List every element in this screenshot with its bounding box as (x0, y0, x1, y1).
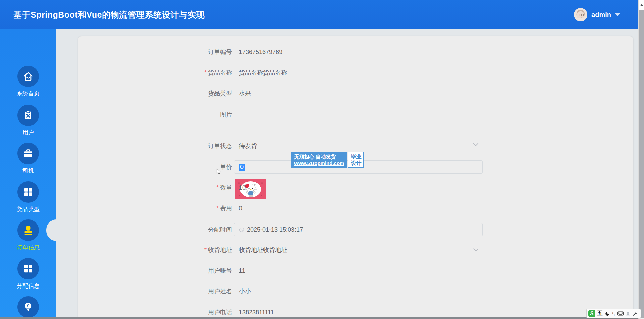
app-header: 基于SpringBoot和Vue的物流管理系统设计与实现 admin (0, 0, 638, 29)
form-row-user-name: 用户姓名 小小 (78, 284, 615, 298)
form-row-goods-name: *货品名称 货品名称货品名称 (78, 66, 615, 79)
field-label: 货品类型 (78, 89, 232, 98)
avatar[interactable] (574, 8, 587, 21)
user-account-value: 11 (239, 267, 245, 274)
watermark-ad[interactable]: 无须担心.自动发货 www.51topmind.com 毕业 设计 (291, 152, 364, 168)
sidebar-item-label: 分配信息 (0, 282, 56, 290)
form-row-address: *收货地址 收货地址收货地址 (78, 243, 615, 257)
moon-icon[interactable] (605, 311, 610, 316)
sidebar-item-users[interactable]: 用户 (0, 105, 56, 136)
field-label: *货品名称 (78, 69, 232, 77)
allocation-time-input[interactable]: 2025-01-13 15:03:17 (234, 223, 483, 236)
home-icon (17, 66, 39, 87)
field-label: 订单编号 (78, 48, 232, 56)
sidebar: 系统首页 用户 司机 货品类型 订单信息 (0, 29, 56, 319)
avatar-image (574, 8, 587, 21)
form-row-order-status[interactable]: 订单状态 待发货 (78, 139, 615, 153)
field-label: 分配时间 (78, 226, 232, 234)
form-row-image: 图片 (78, 108, 615, 121)
goods-name-value: 货品名称货品名称 (239, 69, 287, 77)
form-row-user-phone: 用户电话 13823811111 (78, 306, 615, 319)
punctuation-icon[interactable]: °, (612, 312, 615, 316)
sidebar-item-label: 货品类型 (0, 205, 56, 213)
mouse-cursor (215, 168, 222, 176)
sogou-logo-icon[interactable]: S (588, 310, 595, 317)
field-label: 用户电话 (78, 308, 232, 316)
allocation-time-value: 2025-01-13 15:03:17 (247, 226, 303, 233)
grid-icon (17, 258, 39, 279)
field-label: *费用 (78, 204, 232, 212)
address-value: 收货地址收货地址 (239, 246, 287, 254)
field-label: 单价 (78, 163, 232, 171)
clipboard-x-icon (17, 105, 39, 126)
watermark-line1: 无须担心.自动发货 (294, 153, 344, 160)
sidebar-item-allocation[interactable]: 分配信息 (0, 258, 56, 290)
username-label: admin (591, 11, 611, 19)
required-marker: * (204, 69, 207, 76)
app-window: 基于SpringBoot和Vue的物流管理系统设计与实现 admin (0, 0, 644, 319)
form-row-fee: *费用 0 (78, 202, 615, 215)
sidebar-item-label: 用户 (0, 129, 56, 136)
order-status-select-value[interactable]: 待发货 (239, 142, 257, 150)
stamp-icon (17, 219, 39, 241)
ime-mode-button[interactable]: 五 (597, 310, 603, 317)
goods-type-select-value[interactable]: 水果 (239, 89, 251, 98)
sidebar-item-label: 系统首页 (0, 90, 56, 98)
user-phone-value: 13823811111 (239, 309, 274, 316)
ime-toolbar[interactable]: S 五 °, (586, 309, 641, 318)
field-label: 图片 (78, 111, 232, 119)
sidebar-item-label: 订单信息 (0, 244, 56, 251)
field-label: 用户姓名 (78, 287, 232, 295)
user-menu[interactable]: admin (574, 0, 620, 29)
selected-text: 0 (239, 164, 245, 171)
sidebar-item-home[interactable]: 系统首页 (0, 66, 56, 98)
clock-icon (239, 227, 244, 232)
scrollbar-thumb[interactable] (639, 10, 644, 318)
sidebar-item-drivers[interactable]: 司机 (0, 143, 56, 175)
vertical-scrollbar[interactable] (638, 0, 644, 319)
required-marker: * (216, 184, 219, 191)
form-row-allocation-time: 分配时间 2025-01-13 15:03:17 (78, 223, 615, 236)
up-arrow-icon (640, 4, 643, 6)
watermark-url[interactable]: www.51topmind.com (294, 160, 344, 166)
sidebar-item-label: 司机 (0, 167, 56, 175)
field-label: *数量 (78, 184, 232, 192)
form-row-goods-type[interactable]: 货品类型 水果 (78, 87, 615, 100)
bulb-icon (17, 296, 39, 318)
taskbar-edge (0, 317, 638, 319)
form-row-quantity: *数量 10 (78, 181, 615, 194)
sidebar-item-goods-type[interactable]: 货品类型 (0, 181, 56, 213)
wrench-icon[interactable] (632, 311, 637, 316)
order-detail-panel: 订单编号 1736751679769 *货品名称 货品名称货品名称 货品类型 水… (78, 36, 633, 319)
order-number-value: 1736751679769 (239, 49, 282, 56)
user-name-value: 小小 (239, 287, 251, 295)
grid-icon (17, 181, 39, 203)
required-marker: * (204, 247, 207, 253)
field-label: *收货地址 (78, 246, 232, 254)
page-title: 基于SpringBoot和Vue的物流管理系统设计与实现 (13, 0, 205, 29)
form-row-user-account: 用户账号 11 (78, 264, 615, 277)
required-marker: * (216, 205, 219, 212)
sidebar-item-logistics[interactable]: 物流信息 (0, 296, 56, 319)
field-label: 订单状态 (78, 142, 232, 150)
chevron-down-icon (615, 13, 620, 16)
field-label: 用户账号 (78, 267, 232, 275)
form-row-order-number: 订单编号 1736751679769 (78, 45, 615, 59)
watermark-ad-text[interactable]: 无须担心.自动发货 www.51topmind.com (291, 152, 347, 168)
fee-value: 0 (239, 205, 242, 212)
briefcase-icon (17, 143, 39, 164)
quantity-value: 10 (239, 184, 246, 191)
keyboard-icon[interactable] (617, 311, 624, 316)
watermark-badge: 毕业 设计 (348, 152, 364, 168)
scroll-up-button[interactable] (639, 0, 644, 10)
user-icon[interactable] (626, 311, 630, 316)
